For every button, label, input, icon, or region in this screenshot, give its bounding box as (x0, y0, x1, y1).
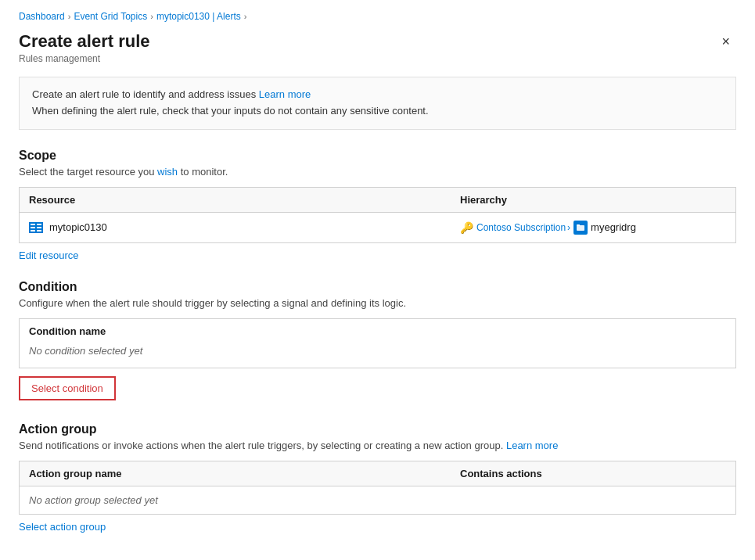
breadcrumb-alerts[interactable]: mytopic0130 | Alerts (156, 11, 241, 22)
select-condition-button[interactable]: Select condition (19, 376, 116, 400)
action-col-contains: Contains actions (460, 468, 726, 479)
key-icon: 🔑 (460, 221, 473, 234)
breadcrumb-event-grid[interactable]: Event Grid Topics (74, 11, 147, 22)
no-condition-text: No condition selected yet (29, 340, 142, 361)
resource-cell: mytopic0130 (29, 221, 460, 233)
subscription-arrow: › (567, 222, 570, 233)
condition-name-label: Condition name (29, 325, 142, 337)
edit-resource-link[interactable]: Edit resource (19, 249, 79, 261)
subscription-link[interactable]: Contoso Subscription › (476, 222, 570, 233)
info-learn-more-link[interactable]: Learn more (259, 88, 311, 100)
info-text-1: Create an alert rule to identify and add… (32, 88, 259, 100)
select-action-group-link[interactable]: Select action group (19, 521, 106, 533)
svg-rect-5 (35, 222, 37, 233)
action-learn-more-link[interactable]: Learn more (506, 440, 558, 451)
no-action-text: No action group selected yet (29, 490, 158, 511)
condition-title: Condition (19, 280, 736, 294)
action-group-section: Action group Send notifications or invok… (19, 422, 736, 533)
breadcrumb-sep-1: › (68, 12, 71, 21)
page-title: Create alert rule (19, 31, 150, 52)
action-table-header: Action group name Contains actions (20, 461, 735, 486)
breadcrumb: Dashboard › Event Grid Topics › mytopic0… (0, 0, 755, 28)
scope-section: Scope Select the target resource you wis… (19, 149, 736, 261)
header-left: Create alert rule Rules management (19, 31, 150, 64)
resource-group-icon (573, 221, 588, 235)
breadcrumb-sep-3: › (244, 12, 247, 21)
condition-section: Condition Configure when the alert rule … (19, 280, 736, 400)
condition-table: Condition name No condition selected yet (19, 318, 736, 368)
svg-rect-7 (577, 225, 584, 231)
condition-description: Configure when the alert rule should tri… (19, 297, 736, 309)
scope-description: Select the target resource you wish to m… (19, 166, 736, 178)
subscription-name: Contoso Subscription (476, 222, 566, 233)
action-col-name: Action group name (29, 468, 460, 479)
scope-desc-text: Select the target resource you (19, 166, 157, 178)
breadcrumb-dashboard[interactable]: Dashboard (19, 11, 65, 22)
condition-name-row: Condition name No condition selected yet (20, 319, 735, 368)
scope-title: Scope (19, 149, 736, 163)
action-group-title: Action group (19, 422, 736, 436)
svg-rect-6 (41, 222, 43, 233)
resource-name: mytopic0130 (49, 221, 107, 233)
close-button[interactable]: × (715, 31, 736, 52)
action-group-description: Send notifications or invoke actions whe… (19, 440, 736, 451)
content-area: Create an alert rule to identify and add… (0, 77, 755, 533)
no-action-cell: No action group selected yet (29, 494, 460, 506)
scope-table: Resource Hierarchy (19, 187, 736, 243)
page-header: Create alert rule Rules management × (0, 28, 755, 77)
svg-rect-8 (577, 224, 580, 226)
action-desc-text: Send notifications or invoke actions whe… (19, 440, 503, 451)
scope-table-row: mytopic0130 🔑 Contoso Subscription › (20, 213, 735, 243)
scope-wish-link[interactable]: wish (157, 166, 178, 178)
svg-rect-4 (29, 222, 31, 233)
scope-table-header: Resource Hierarchy (20, 188, 735, 213)
hierarchy-cell: 🔑 Contoso Subscription › (460, 221, 726, 235)
scope-col-hierarchy: Hierarchy (460, 194, 726, 206)
info-text-3: When defining the alert rule, check that… (32, 105, 429, 117)
resource-grid-icon (29, 222, 43, 233)
info-box: Create an alert rule to identify and add… (19, 77, 736, 130)
scope-col-resource: Resource (29, 194, 460, 206)
action-group-table: Action group name Contains actions No ac… (19, 461, 736, 515)
scope-desc-text2: to monitor. (178, 166, 228, 178)
resource-group-name: myegridrg (591, 221, 636, 233)
action-group-row: No action group selected yet (20, 486, 735, 515)
breadcrumb-sep-2: › (150, 12, 153, 21)
condition-name-col: Condition name No condition selected yet (29, 325, 142, 361)
page-subtitle: Rules management (19, 53, 150, 64)
